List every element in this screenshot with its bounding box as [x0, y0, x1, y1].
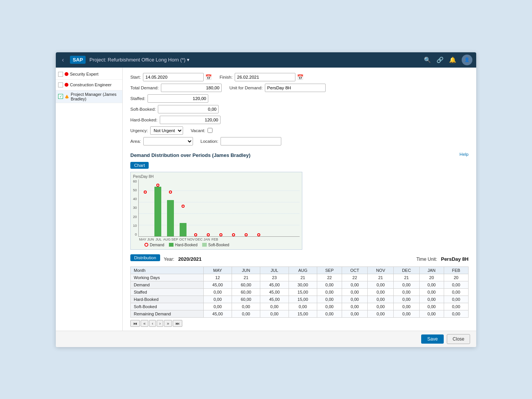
- start-label: Start:: [130, 75, 141, 79]
- row-cell: 0,00: [317, 303, 342, 310]
- page-prev[interactable]: ‹: [149, 320, 156, 327]
- row-cell: 15,00: [289, 296, 317, 303]
- soft-booked-group: Soft-Booked:: [130, 105, 219, 113]
- bottom-bar: Save Close: [56, 331, 476, 347]
- distribution-table: Month MAY JUN JUL AUG SEP OCT NOV DEC JA…: [130, 267, 469, 318]
- location-group: Location:: [201, 137, 282, 145]
- finish-calendar-icon[interactable]: 📅: [297, 74, 303, 80]
- sidebar-label-3: Project Manager (James Bradley): [71, 92, 120, 101]
- row-label: Demand: [131, 281, 204, 288]
- row-cell: 0,00: [394, 310, 419, 317]
- urgency-select[interactable]: Not Urgent: [150, 126, 183, 135]
- finish-input[interactable]: [235, 73, 295, 81]
- row-cell: 45,00: [260, 296, 289, 303]
- row-cell: 21: [289, 274, 317, 281]
- sidebar-item-construction-engineer[interactable]: Construction Engineer: [56, 80, 122, 90]
- bar-group-jan: [240, 179, 252, 236]
- close-button[interactable]: Close: [447, 334, 470, 344]
- col-nov: NOV: [368, 267, 394, 274]
- row-cell: 22: [342, 274, 368, 281]
- legend-hard-booked-icon: [169, 243, 174, 247]
- row-cell: 20: [419, 274, 444, 281]
- row-cell: 12: [203, 274, 232, 281]
- bar-jul: [167, 200, 174, 236]
- col-dec: DEC: [394, 267, 419, 274]
- location-input[interactable]: [221, 137, 281, 145]
- chart-button[interactable]: Chart: [130, 162, 149, 169]
- row-cell: 0,00: [342, 281, 368, 288]
- soft-booked-input[interactable]: [158, 105, 219, 113]
- sidebar-label-2: Construction Engineer: [70, 82, 112, 87]
- staffed-input[interactable]: [148, 94, 208, 103]
- vacant-checkbox[interactable]: [208, 128, 212, 133]
- col-may: MAY: [203, 267, 232, 274]
- staffed-group: Staffed:: [130, 94, 208, 103]
- sidebar-checkbox-1[interactable]: [58, 72, 63, 77]
- page-last[interactable]: ⏭: [173, 320, 182, 327]
- area-label: Area:: [130, 139, 141, 144]
- start-calendar-icon[interactable]: 📅: [205, 74, 212, 80]
- x-oct: OCT: [179, 237, 186, 241]
- form-row-urgency: Urgency: Not Urgent Vacant:: [130, 126, 469, 135]
- demand-dot-dec: [232, 233, 235, 236]
- finish-group: Finish: 📅: [219, 73, 303, 81]
- row-cell: 23: [260, 274, 289, 281]
- y-60: 60: [133, 179, 137, 183]
- x-sep: SEP: [171, 237, 178, 241]
- distribution-button[interactable]: Distribution: [130, 254, 160, 261]
- form-row-area: Area: Location:: [130, 137, 469, 145]
- x-jan: JAN: [203, 237, 210, 241]
- page-next-far[interactable]: »: [164, 320, 172, 327]
- bar-group-dec: [228, 179, 239, 236]
- help-link[interactable]: Help: [459, 152, 469, 157]
- search-icon[interactable]: 🔍: [424, 57, 431, 63]
- form-row-dates: Start: 📅 Finish: 📅: [130, 73, 469, 81]
- page-next[interactable]: ›: [157, 320, 164, 327]
- chart-legend: Demand Hard-Booked Soft-Booked: [133, 243, 300, 247]
- hard-booked-input[interactable]: [160, 116, 221, 124]
- bar-group-sep: [190, 179, 201, 236]
- demand-dot-aug: [182, 205, 185, 208]
- page-first[interactable]: ⏮: [130, 320, 140, 327]
- sidebar-checkbox-2[interactable]: [58, 82, 63, 87]
- bell-icon[interactable]: 🔔: [449, 57, 456, 63]
- row-cell: 0,00: [419, 310, 444, 317]
- avatar[interactable]: 👤: [462, 55, 472, 65]
- table-row: Remaining Demand45,000,000,0015,000,000,…: [131, 310, 469, 317]
- start-input[interactable]: [143, 73, 204, 81]
- chart-bars-area: MAY JUN JUL AUG SEP OCT NOV DEC JAN FEB: [138, 179, 300, 241]
- time-unit-value: PersDay 8H: [441, 256, 469, 262]
- back-button[interactable]: ‹: [60, 56, 66, 64]
- connect-icon[interactable]: 🔗: [436, 57, 444, 63]
- x-feb: FEB: [211, 237, 218, 241]
- col-oct: OCT: [342, 267, 368, 274]
- row-cell: 0,00: [394, 296, 419, 303]
- area-select[interactable]: [143, 137, 193, 145]
- legend-demand-icon: [144, 243, 148, 247]
- row-cell: 21: [368, 274, 394, 281]
- row-cell: 30,00: [289, 281, 317, 288]
- table-row: Staffed0,0060,0045,0015,000,000,000,000,…: [131, 288, 469, 296]
- urgency-label: Urgency:: [130, 128, 148, 133]
- row-cell: 0,00: [317, 281, 342, 288]
- legend-demand: Demand: [144, 243, 164, 247]
- total-demand-input[interactable]: [161, 84, 222, 92]
- sidebar-triangle-3: [65, 95, 69, 99]
- unit-demand-input[interactable]: [265, 84, 326, 92]
- sap-logo: SAP: [70, 56, 86, 64]
- page-prev-far[interactable]: «: [141, 320, 148, 327]
- time-unit-label: Time Unit:: [416, 257, 437, 262]
- x-aug: AUG: [163, 237, 170, 241]
- sidebar-item-project-manager[interactable]: ✓ Project Manager (James Bradley): [56, 90, 122, 103]
- sidebar-item-security-expert[interactable]: Security Expert: [56, 69, 122, 80]
- row-cell: 15,00: [289, 310, 317, 317]
- row-cell: 0,00: [317, 310, 342, 317]
- demand-dot-oct: [207, 233, 210, 236]
- bar-group-aug: [177, 179, 189, 236]
- form-row-soft-booked: Soft-Booked:: [130, 105, 469, 113]
- sidebar-checkbox-3[interactable]: ✓: [58, 94, 63, 99]
- form-row-hard-booked: Hard-Booked:: [130, 116, 469, 124]
- y-50: 50: [133, 188, 137, 192]
- row-cell: 45,00: [203, 310, 232, 317]
- save-button[interactable]: Save: [421, 334, 444, 344]
